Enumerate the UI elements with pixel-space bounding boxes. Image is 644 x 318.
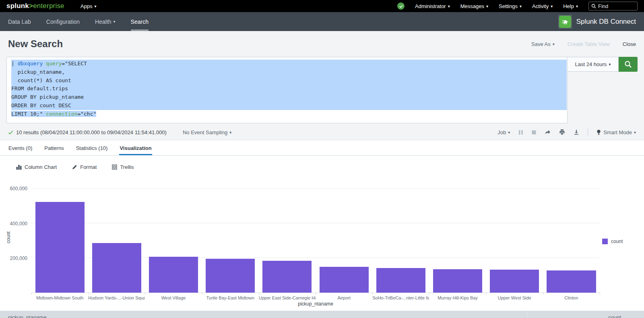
chart-bar[interactable] [35,202,85,293]
search-mode-label: Smart Mode [603,129,632,135]
query-line: ORDER BY count DESC [11,102,567,110]
apps-menu[interactable]: Apps [80,3,97,9]
query-space [43,60,46,67]
event-sampling-menu[interactable]: No Event Sampling [183,129,231,135]
nav-health[interactable]: Health [95,12,116,31]
db-connect-icon-tile [558,15,572,29]
x-tick-label: Murray Hill-Kips Bay [429,295,486,300]
menu-settings[interactable]: Settings [499,3,522,9]
chart-bar[interactable] [376,268,425,293]
chart-bar-slot [145,181,202,293]
lightbulb-icon [597,129,601,135]
tab-patterns[interactable]: Patterns [44,140,64,155]
plug-icon [559,16,571,28]
x-tick-mark [31,293,32,295]
job-menu-label: Job [497,129,506,135]
print-button[interactable] [559,129,565,135]
format-label: Format [80,164,97,170]
nav-data-lab[interactable]: Data Lab [8,12,31,31]
menu-help-label: Help [563,3,574,9]
chart-type-label: Column Chart [25,164,57,170]
health-status-icon[interactable] [397,2,405,10]
table-column-pickup-ntaname[interactable]: pickup_ntaname [0,311,527,318]
search-icon [624,60,632,68]
share-icon [545,129,551,135]
menu-messages-label: Messages [460,3,484,9]
search-submit-button[interactable] [619,57,638,72]
print-icon [559,129,565,135]
y-tick-label: 600,000 [10,186,27,191]
chart-bar-slot [88,181,145,293]
menu-messages[interactable]: Messages [460,3,488,9]
legend-label: count [611,239,623,244]
chart-y-axis: 200,000400,000600,000 [0,181,28,293]
x-tick-mark [259,293,259,295]
chart-y-axis-title: count [6,231,11,243]
share-button[interactable] [545,129,551,135]
x-tick-label: Midtown-Midtown South [31,295,88,300]
chart-legend[interactable]: count [602,239,623,244]
format-button[interactable]: Format [72,164,97,170]
success-check-icon [8,130,13,135]
chart-bar[interactable] [92,243,141,293]
chart-x-labels: Midtown-Midtown SouthHudson Yards-...-Un… [31,295,600,300]
tab-visualization[interactable]: Visualization [119,140,152,155]
create-table-view-button[interactable]: Create Table View [568,41,610,47]
export-button[interactable] [574,129,579,135]
trellis-button[interactable]: Trellis [112,164,134,170]
menu-help[interactable]: Help [563,3,578,9]
chart-bar-slot [486,181,543,293]
chart-bar[interactable] [547,270,596,293]
query-text: ="chc" [77,111,96,117]
tab-statistics[interactable]: Statistics (10) [76,140,108,155]
find-input[interactable] [598,3,630,9]
query-line: | dbxquery query="SELECT [11,60,567,68]
nav-search[interactable]: Search [131,12,149,31]
pause-icon [518,130,523,135]
chart-bar[interactable] [490,270,539,293]
x-tick-label: Upper West Side [486,295,543,300]
table-column-count[interactable]: count [527,311,644,318]
statistics-table-header: pickup_ntaname count [0,311,644,318]
chart-bar[interactable] [149,257,198,293]
query-line: LIMIT 10;" connection="chc" [11,110,567,118]
search-mode-menu[interactable]: Smart Mode [597,129,636,135]
app-identity[interactable]: Splunk DB Connect [558,12,636,31]
save-as-button[interactable]: Save As [531,41,555,47]
x-tick-label: Airport [316,295,372,300]
chart-bar[interactable] [206,259,255,293]
pause-button[interactable] [518,130,523,135]
search-icon [591,4,596,8]
x-tick-label: Clinton [543,295,600,300]
menu-activity-label: Activity [532,3,549,9]
close-button[interactable]: Close [623,41,636,47]
tab-events[interactable]: Events (0) [8,140,33,155]
chart-bar[interactable] [320,267,369,293]
search-query-input[interactable]: | dbxquery query="SELECT pickup_ntaname,… [6,57,568,123]
nav-configuration[interactable]: Configuration [46,12,80,31]
x-tick-label: Upper East Side-Carnegie Hill [259,295,316,300]
stop-button[interactable] [532,130,536,135]
column-chart: 200,000400,000600,000 count Midtown-Midt… [0,179,644,306]
menu-activity[interactable]: Activity [532,3,553,9]
time-range-picker[interactable]: Last 24 hours [568,57,619,72]
menu-settings-label: Settings [499,3,518,9]
x-tick-mark [372,293,373,295]
chart-bar-slot [202,181,259,293]
find-search-box[interactable] [588,2,638,10]
job-menu[interactable]: Job [497,129,510,135]
chart-type-picker[interactable]: Column Chart [16,164,57,170]
chart-bar[interactable] [262,261,312,293]
splunk-logo[interactable]: splunk>enterprise [6,2,64,10]
app-name: Splunk DB Connect [576,18,636,26]
legend-swatch [602,239,608,244]
menu-administrator-label: Administrator [415,3,446,9]
x-tick-mark [429,293,429,295]
x-tick-label: SoHo-TriBeCa-...nter-Little Italy [372,295,429,300]
x-tick-mark [543,293,543,295]
menu-administrator[interactable]: Administrator [415,3,450,9]
query-line: GROUP BY pickup_ntaname [11,93,567,102]
top-bar: splunk>enterprise Apps Administrator Mes… [0,0,644,12]
chart-bar[interactable] [433,269,482,293]
query-param: connection [46,111,77,117]
